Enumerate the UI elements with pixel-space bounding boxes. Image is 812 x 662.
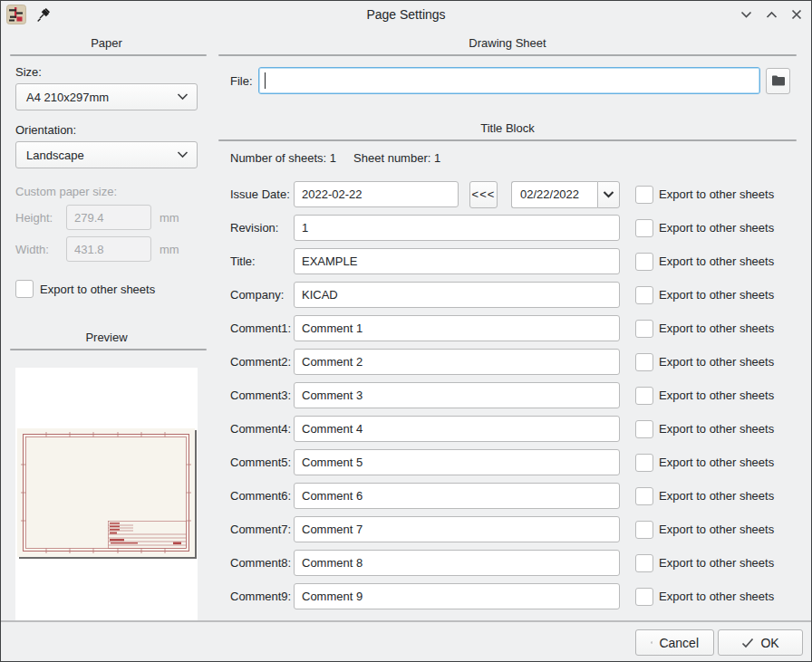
date-picker-dropdown[interactable] — [597, 181, 620, 208]
comment9-label: Comment9: — [218, 590, 294, 603]
export-comment4-checkbox[interactable] — [635, 420, 653, 438]
export-comment7-checkbox[interactable] — [635, 521, 653, 539]
export-comment9-checkbox[interactable] — [635, 588, 653, 606]
export-comment6-label: Export to other sheets — [659, 489, 774, 503]
revision-label: Revision: — [218, 221, 294, 235]
chevron-down-icon[interactable] — [737, 5, 755, 24]
export-revision-checkbox[interactable] — [635, 219, 653, 237]
revision-input[interactable] — [294, 215, 620, 241]
width-label: Width: — [15, 243, 66, 256]
drawing-sheet-panel: Drawing Sheet File: Title Block Number o… — [218, 28, 797, 609]
export-comment5-label: Export to other sheets — [659, 456, 774, 469]
orientation-value: Landscape — [26, 149, 177, 162]
export-comment1-label: Export to other sheets — [659, 321, 774, 335]
comment6-input[interactable] — [294, 483, 620, 509]
company-input[interactable] — [294, 282, 620, 308]
browse-file-button[interactable] — [766, 68, 790, 94]
export-company-label: Export to other sheets — [659, 288, 774, 302]
ok-label: OK — [760, 636, 778, 650]
width-unit: mm — [160, 243, 179, 256]
comment2-label: Comment2: — [218, 355, 294, 369]
field-row: Comment4: Export to other sheets — [218, 416, 797, 442]
export-comment3-checkbox[interactable] — [635, 387, 653, 405]
comment7-label: Comment7: — [218, 523, 294, 536]
cancel-button[interactable]: Cancel — [635, 629, 714, 656]
comment5-label: Comment5: — [218, 456, 294, 469]
paper-heading: Paper — [15, 36, 198, 50]
text-caret — [265, 72, 266, 89]
paper-separator — [10, 54, 207, 56]
title-block-fields: Issue Date: <<< 02/22/2022 Exp — [218, 181, 797, 609]
check-icon — [741, 638, 754, 648]
export-issue-date-label: Export to other sheets — [659, 187, 774, 201]
file-input[interactable] — [258, 67, 760, 94]
field-row: Comment2: Export to other sheets — [218, 349, 797, 375]
export-title-checkbox[interactable] — [635, 253, 653, 271]
comment4-input[interactable] — [294, 416, 620, 442]
export-company-checkbox[interactable] — [635, 286, 653, 304]
comment1-input[interactable] — [294, 315, 620, 341]
comment5-input[interactable] — [294, 449, 620, 475]
date-picker-value: 02/22/2022 — [511, 181, 597, 208]
custom-paper-size-label: Custom paper size: — [15, 185, 198, 198]
preview-heading: Preview — [15, 331, 198, 344]
issue-date-input[interactable] — [294, 181, 459, 207]
comment4-label: Comment4: — [218, 422, 294, 436]
file-label: File: — [218, 74, 258, 88]
export-comment2-label: Export to other sheets — [659, 355, 774, 369]
field-row: Comment3: Export to other sheets — [218, 382, 797, 408]
title-input[interactable] — [294, 248, 620, 274]
export-issue-date-checkbox[interactable] — [635, 186, 653, 204]
comment1-label: Comment1: — [218, 321, 294, 335]
field-row: Comment5: Export to other sheets — [218, 449, 797, 475]
page-settings-dialog: Page Settings Paper Size: A4 210x297mm O… — [0, 0, 812, 662]
export-comment6-checkbox[interactable] — [635, 487, 653, 505]
height-input[interactable] — [66, 205, 151, 230]
comment3-input[interactable] — [294, 382, 620, 408]
height-unit: mm — [160, 211, 179, 225]
company-label: Company: — [218, 288, 294, 302]
preview-separator — [10, 349, 207, 350]
field-row: Comment9: Export to other sheets — [218, 583, 797, 609]
height-label: Height: — [15, 211, 66, 225]
paper-panel: Paper Size: A4 210x297mm Orientation: La… — [15, 28, 198, 622]
date-picker[interactable]: 02/22/2022 — [511, 181, 620, 208]
size-label: Size: — [15, 65, 198, 79]
export-comment5-checkbox[interactable] — [635, 454, 653, 472]
drawing-sheet-heading: Drawing Sheet — [218, 36, 797, 50]
orientation-select[interactable]: Landscape — [15, 141, 198, 168]
export-comment2-checkbox[interactable] — [635, 353, 653, 371]
chevron-down-icon — [177, 93, 188, 101]
comment7-input[interactable] — [294, 516, 620, 542]
cancel-icon — [651, 636, 652, 649]
close-icon[interactable] — [788, 5, 806, 24]
title-block-separator — [218, 139, 797, 141]
comment8-input[interactable] — [294, 550, 620, 576]
paper-size-value: A4 210x297mm — [26, 91, 177, 104]
sheet-preview — [17, 428, 195, 557]
copy-date-button[interactable]: <<< — [469, 181, 498, 208]
field-row: Title: Export to other sheets — [218, 248, 797, 274]
chevron-down-icon — [177, 151, 188, 158]
dialog-buttons: Cancel OK — [635, 629, 803, 656]
titlebar: Page Settings — [1, 1, 811, 28]
drawing-sheet-separator — [218, 54, 797, 56]
field-row: Comment7: Export to other sheets — [218, 516, 797, 542]
ok-button[interactable]: OK — [718, 629, 803, 656]
title-label: Title: — [218, 254, 294, 268]
chevron-up-icon[interactable] — [762, 5, 780, 24]
comment9-input[interactable] — [294, 583, 620, 609]
field-row: Comment6: Export to other sheets — [218, 483, 797, 509]
comment2-input[interactable] — [294, 349, 620, 375]
width-input[interactable] — [66, 236, 151, 262]
field-row: Comment1: Export to other sheets — [218, 315, 797, 341]
export-comment1-checkbox[interactable] — [635, 320, 653, 338]
export-comment8-checkbox[interactable] — [635, 554, 653, 572]
comment8-label: Comment8: — [218, 556, 294, 570]
export-comment7-label: Export to other sheets — [659, 523, 774, 536]
comment6-label: Comment6: — [218, 489, 294, 503]
paper-size-select[interactable]: A4 210x297mm — [15, 83, 198, 110]
field-row: Company: Export to other sheets — [218, 282, 797, 308]
export-paper-checkbox[interactable] — [15, 280, 34, 298]
title-block-heading: Title Block — [218, 121, 797, 135]
